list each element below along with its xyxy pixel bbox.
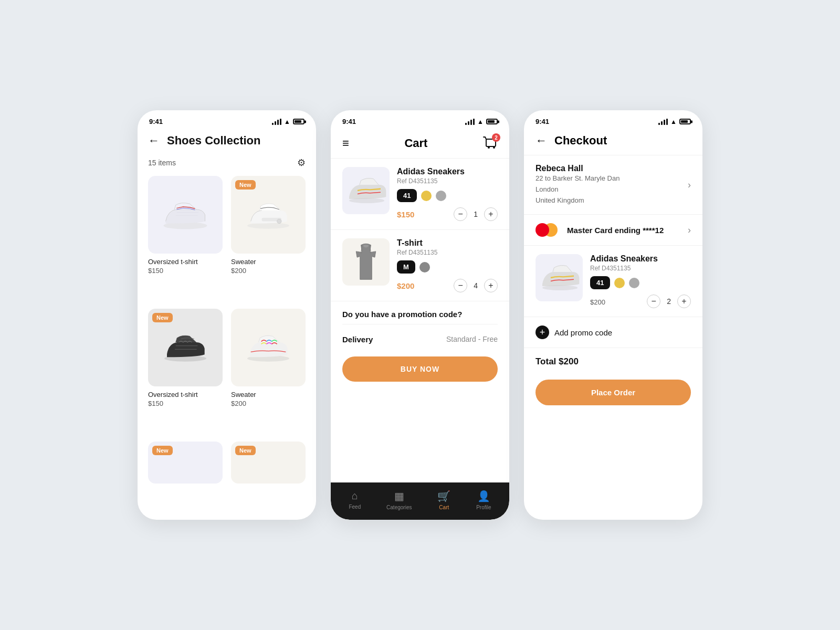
buy-now-button[interactable]: BUY NOW <box>342 356 498 382</box>
checkout-color-yellow <box>614 278 625 288</box>
address-section: Rebeca Hall 22 to Barker St. Maryle Dan … <box>524 155 702 215</box>
checkout-qty-decrease[interactable]: − <box>647 295 660 308</box>
svg-point-3 <box>247 223 289 229</box>
checkout-color-gray <box>629 278 639 288</box>
product-image-6: New <box>231 442 306 484</box>
color-yellow-1 <box>421 191 432 201</box>
qty-num-2: 4 <box>474 281 478 290</box>
time-3: 9:41 <box>536 118 549 125</box>
product-card-4[interactable]: Sweater $200 <box>231 309 306 433</box>
signal-icon-1 <box>272 119 281 125</box>
address-chevron[interactable]: › <box>688 180 691 191</box>
payment-section: Master Card ending ****12 › <box>524 215 702 246</box>
promo-text: Do you have a promotion code? <box>342 310 498 319</box>
cart-header: ≡ Cart 2 <box>331 129 509 158</box>
items-filter-row: 15 items ⚙ <box>138 152 316 173</box>
screens-container: 9:41 ▲ ← Shoes Collection <box>138 110 702 520</box>
cart-icon-button[interactable]: 2 <box>483 136 498 151</box>
cart-nav-icon: 🛒 <box>437 490 450 502</box>
products-grid: Oversized t-shirt $150 New <box>138 173 316 520</box>
checkout-qty-increase[interactable]: + <box>677 295 691 308</box>
checkout-item-img <box>536 254 583 301</box>
product-price-1: $150 <box>148 267 223 275</box>
wifi-icon-3: ▲ <box>670 118 677 125</box>
add-promo-icon: + <box>536 326 549 339</box>
cart-item-img-2 <box>342 238 390 286</box>
tshirt-illustration <box>350 243 382 282</box>
svg-point-12 <box>493 146 495 149</box>
address-details: Rebeca Hall 22 to Barker St. Maryle Dan … <box>536 164 620 206</box>
qty-num-1: 1 <box>474 210 478 218</box>
qty-increase-2[interactable]: + <box>484 279 498 292</box>
checkout-item: Adidas Sneakers Ref D4351135 41 $200 − 2… <box>536 254 691 308</box>
cart-title: Cart <box>404 136 427 150</box>
nav-profile[interactable]: 👤 Profile <box>476 490 491 510</box>
svg-point-13 <box>349 198 384 203</box>
color-gray-1 <box>436 191 446 201</box>
qty-increase-1[interactable]: + <box>484 207 498 221</box>
svg-point-16 <box>542 286 578 291</box>
cart-item-price-1: $150 <box>397 210 414 219</box>
size-badge-2: M <box>397 260 415 274</box>
mastercard-icon <box>536 223 558 237</box>
address-line1: 22 to Barker St. Maryle Dan <box>536 173 620 184</box>
svg-point-11 <box>488 146 490 149</box>
payment-chevron[interactable]: › <box>688 225 691 236</box>
product-name-1: Oversized t-shirt <box>148 258 223 266</box>
cart-item-ref-1: Ref D4351135 <box>397 177 498 185</box>
cart-item-1: Adidas Sneakers Ref D4351135 41 $150 − 1… <box>331 159 509 229</box>
time-2: 9:41 <box>342 118 356 125</box>
shoe-illustration-2 <box>242 196 295 233</box>
size-color-row-1: 41 <box>397 189 498 202</box>
product-card-1[interactable]: Oversized t-shirt $150 <box>148 176 223 300</box>
cart-item-details-2: T-shirt Ref D4351135 M $200 − 4 + <box>397 238 498 292</box>
address-line2: London <box>536 184 620 195</box>
back-button[interactable]: ← <box>148 134 160 148</box>
qty-decrease-2[interactable]: − <box>454 279 467 292</box>
total-section: Total $200 <box>524 348 702 375</box>
cart-item-price-2: $200 <box>397 281 414 290</box>
qty-control-2: − 4 + <box>454 279 498 292</box>
product-card-5[interactable]: New <box>148 442 223 509</box>
battery-icon-2 <box>486 119 498 124</box>
payment-row: Master Card ending ****12 › <box>536 223 691 237</box>
total-text: Total $200 <box>536 356 579 366</box>
checkout-header: ← Checkout <box>524 129 702 155</box>
checkout-item-section: Adidas Sneakers Ref D4351135 41 $200 − 2… <box>524 246 702 317</box>
checkout-back-button[interactable]: ← <box>536 134 547 148</box>
bottom-nav: ⌂ Feed ▦ Categories 🛒 Cart 👤 Profile <box>331 482 509 520</box>
status-icons-3: ▲ <box>658 118 691 125</box>
items-count: 15 items <box>148 159 176 167</box>
nav-cart[interactable]: 🛒 Cart <box>437 490 450 510</box>
back-title: ← Shoes Collection <box>148 134 306 148</box>
add-promo-row[interactable]: + Add promo code <box>524 317 702 348</box>
menu-icon[interactable]: ≡ <box>342 136 349 150</box>
place-order-button[interactable]: Place Order <box>536 380 691 405</box>
checkout-size-badge: 41 <box>590 276 610 289</box>
product-price-4: $200 <box>231 400 306 407</box>
product-card-6[interactable]: New <box>231 442 306 509</box>
cart-item-name-1: Adidas Sneakers <box>397 167 498 176</box>
product-card-2[interactable]: New Sweater $200 <box>231 176 306 300</box>
checkout-item-details: Adidas Sneakers Ref D4351135 41 $200 − 2… <box>590 254 691 308</box>
cart-item-img-1 <box>342 167 390 214</box>
cart-item-name-2: T-shirt <box>397 238 498 248</box>
cart-sneaker-1 <box>345 172 387 209</box>
nav-feed[interactable]: ⌂ Feed <box>349 490 361 510</box>
checkout-sneaker <box>538 259 580 296</box>
qty-control-1: − 1 + <box>454 207 498 221</box>
status-bar-2: 9:41 ▲ <box>331 110 509 129</box>
status-bar-1: 9:41 ▲ <box>138 110 316 129</box>
address-name: Rebeca Hall <box>536 164 620 173</box>
promo-section: Do you have a promotion code? <box>331 301 509 330</box>
nav-categories[interactable]: ▦ Categories <box>386 490 412 510</box>
checkout-price-qty: $200 − 2 + <box>590 295 691 308</box>
nav-profile-label: Profile <box>476 505 491 510</box>
qty-decrease-1[interactable]: − <box>454 207 467 221</box>
size-color-row-2: M <box>397 260 498 274</box>
screen-collection: 9:41 ▲ ← Shoes Collection <box>138 110 316 520</box>
categories-icon: ▦ <box>394 490 404 502</box>
product-card-3[interactable]: New Oversized t-shirt $150 <box>148 309 223 433</box>
screen-cart: 9:41 ▲ ≡ Cart <box>331 110 509 520</box>
filter-icon[interactable]: ⚙ <box>297 157 306 169</box>
